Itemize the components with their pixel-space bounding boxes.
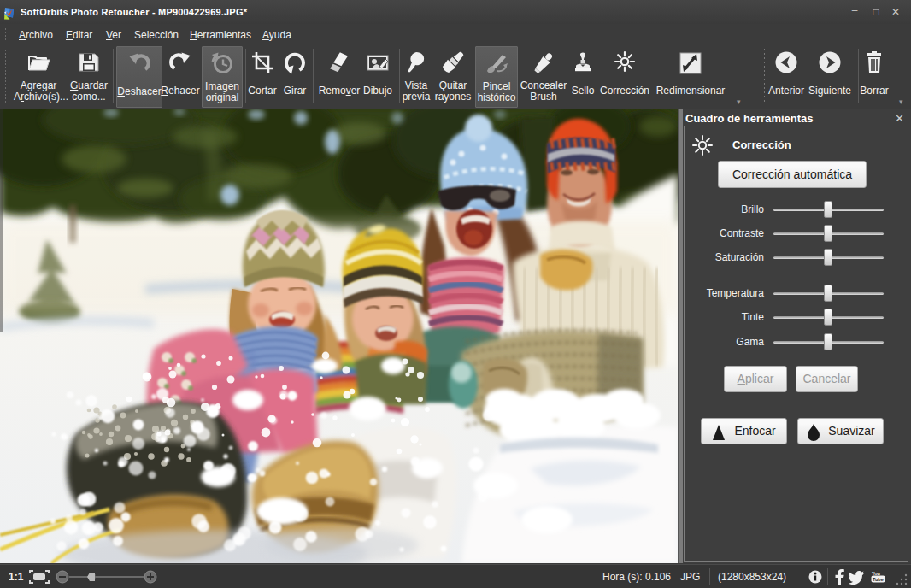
svg-text:Tube: Tube — [873, 577, 884, 582]
svg-text:You: You — [872, 571, 880, 576]
